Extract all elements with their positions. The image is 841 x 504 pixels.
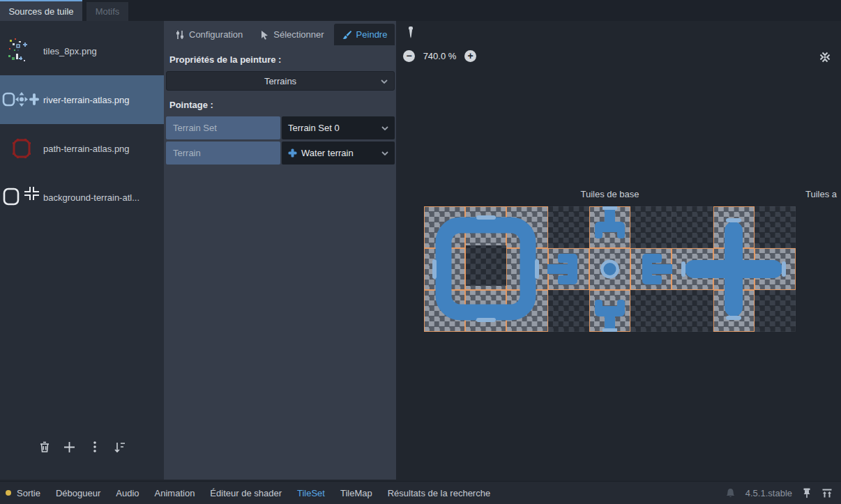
list-item-label: background-terrain-atl... (43, 192, 139, 203)
chevron-down-icon (381, 126, 388, 130)
plus-icon (63, 441, 75, 453)
sort-sources-button[interactable] (112, 439, 128, 455)
terrain-set-select[interactable]: Terrain Set 0 (282, 116, 395, 139)
tile-sources-toolbar (0, 438, 164, 456)
zoom-out-button[interactable]: − (403, 50, 415, 62)
list-item-label: river-terrain-atlas.png (43, 95, 130, 105)
list-item-label: path-terrain-atlas.png (43, 144, 130, 154)
tab-patterns[interactable]: Motifs (86, 2, 128, 21)
atlas-tile[interactable] (506, 206, 547, 248)
eyedropper-icon (406, 26, 416, 41)
list-item-path-terrain-atlas[interactable]: path-terrain-atlas.png (0, 124, 164, 173)
picker-button[interactable] (406, 26, 416, 41)
source-menu-button[interactable] (87, 439, 103, 455)
atlas-tile[interactable] (755, 248, 796, 290)
paint-properties-heading: Propriétés de la peinture : (169, 54, 391, 65)
pin-icon[interactable] (802, 487, 812, 498)
tab-configuration[interactable]: Configuration (167, 24, 250, 45)
terrain-value: Water terrain (301, 148, 354, 158)
output-indicator-dot (6, 490, 11, 496)
bottom-dock-tabbar: Sources de tuile Motifs (0, 0, 841, 21)
atlas-tile[interactable] (424, 290, 465, 332)
chevron-down-icon (381, 79, 388, 84)
atlas-tile[interactable] (506, 248, 547, 290)
tab-tile-sources[interactable]: Sources de tuile (0, 0, 82, 21)
terrain-set-value: Terrain Set 0 (288, 123, 340, 133)
atlas-tile[interactable] (589, 248, 630, 290)
center-view-button[interactable] (819, 51, 831, 63)
list-item-label: tiles_8px.png (43, 46, 97, 56)
atlas-tile[interactable] (506, 290, 547, 332)
zoom-in-button[interactable]: + (464, 50, 476, 62)
paint-mode-value: Terrains (264, 76, 296, 86)
atlas-tile[interactable] (424, 248, 465, 290)
dock-item-output[interactable]: Sortie (17, 488, 48, 498)
tab-paint[interactable]: Peindre (334, 24, 395, 45)
atlas-tile[interactable] (672, 206, 713, 248)
center-view-icon (819, 51, 831, 63)
dock-item-audio[interactable]: Audio (108, 488, 146, 498)
atlas-tile[interactable] (548, 248, 589, 290)
base-tiles-label: Tuiles de base (424, 189, 796, 199)
atlas-tile[interactable] (713, 290, 755, 332)
atlas-tile[interactable] (713, 248, 755, 290)
dock-item-shader-editor[interactable]: Éditeur de shader (202, 488, 289, 498)
status-bar-right: 4.5.1.stable (725, 487, 841, 498)
dock-item-debugger[interactable]: Débogueur (48, 488, 108, 498)
expand-panel-icon[interactable] (821, 488, 833, 498)
atlas-tile[interactable] (672, 248, 713, 290)
atlas-tile[interactable] (630, 206, 672, 248)
zoom-level[interactable]: 740.0 % (420, 51, 459, 61)
atlas-tile[interactable] (589, 206, 630, 248)
atlas-tile[interactable] (548, 206, 589, 248)
atlas-tile[interactable] (548, 290, 589, 332)
atlas-tile[interactable] (465, 290, 506, 332)
dock-item-tilemap[interactable]: TileMap (333, 488, 380, 498)
atlas-tile[interactable] (630, 248, 672, 290)
atlas-tile[interactable] (755, 290, 796, 332)
terrain-label: Terrain (166, 142, 280, 165)
atlas-tile[interactable] (713, 206, 755, 248)
atlas-tile[interactable] (589, 290, 630, 332)
atlas-tile[interactable] (672, 290, 713, 332)
list-item-tiles-8px[interactable]: tiles_8px.png (0, 26, 164, 75)
atlas-tile[interactable] (465, 206, 506, 248)
dock-item-animation[interactable]: Animation (147, 488, 203, 498)
trash-icon (39, 441, 50, 453)
bottom-status-bar: Sortie Débogueur Audio Animation Éditeur… (0, 481, 841, 504)
atlas-tile[interactable] (755, 206, 796, 248)
tileset-paint-panel: Configuration Sélectionner Peindre Propr… (164, 21, 396, 480)
delete-source-button[interactable] (37, 439, 52, 455)
godot-tileset-editor: Sources de tuile Motifs (0, 0, 841, 504)
atlas-view-panel: − 740.0 % + Tuiles de base Tuiles a (396, 21, 841, 480)
dock-item-tileset[interactable]: TileSet (289, 488, 333, 498)
version-label: 4.5.1.stable (745, 488, 792, 498)
zoom-controls: − 740.0 % + (403, 50, 476, 62)
tab-select[interactable]: Sélectionner (252, 24, 331, 45)
add-source-button[interactable] (62, 439, 77, 455)
chevron-down-icon (381, 151, 388, 155)
tab-label: Sélectionner (273, 29, 324, 40)
notifications-bell-icon[interactable] (725, 488, 736, 498)
atlas-tile[interactable] (424, 206, 465, 248)
tune-icon (175, 30, 185, 40)
tab-label: Peindre (356, 29, 388, 40)
tile-sources-list: tiles_8px.png (0, 21, 164, 480)
pointing-heading: Pointage : (169, 100, 391, 110)
dock-item-search-results[interactable]: Résultats de la recherche (380, 488, 498, 498)
sort-icon (114, 441, 126, 453)
terrain-row: Terrain Water terrain (166, 142, 395, 165)
list-item-background-terrain-atlas[interactable]: background-terrain-atl... (0, 173, 164, 222)
tab-label: Configuration (189, 29, 243, 40)
atlas-tile[interactable] (630, 290, 672, 332)
paint-mode-select[interactable]: Terrains (166, 71, 395, 91)
alternative-tiles-label: Tuiles a (805, 189, 837, 199)
atlas-tile[interactable] (465, 248, 506, 290)
kebab-menu-icon (93, 441, 97, 453)
list-item-river-terrain-atlas[interactable]: river-terrain-atlas.png (0, 75, 164, 124)
atlas-grid (424, 206, 796, 332)
cursor-icon (260, 30, 269, 40)
terrain-set-label: Terrain Set (166, 116, 280, 139)
background-terrain-thumbnail (0, 184, 43, 211)
terrain-select[interactable]: Water terrain (282, 142, 395, 165)
